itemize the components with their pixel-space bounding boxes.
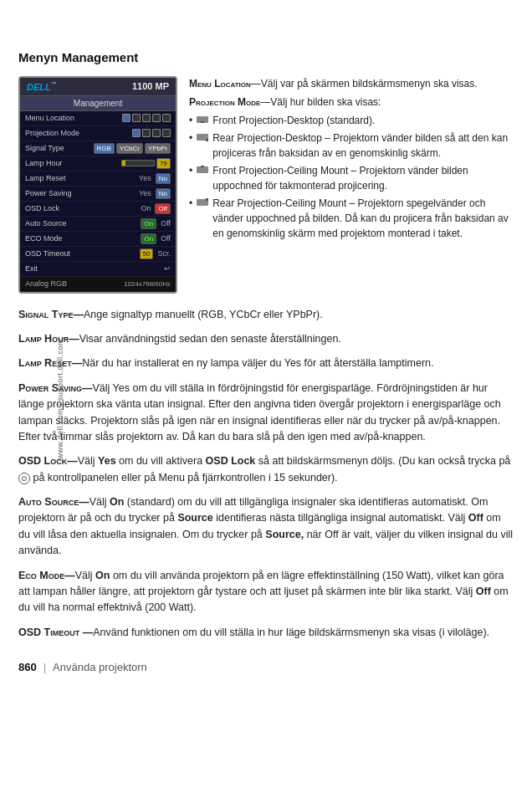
power-saving-no: No [156,188,171,199]
proj-rows: Menu Location Projection Mode [20,111,176,292]
proj-tab: Management [20,96,176,111]
location-icon-5 [162,114,171,122]
location-icon-1 [122,114,130,122]
section-lamp-hour: Lamp Hour—Visar användningstid sedan den… [18,331,515,347]
proj-description: Menu Location—Välj var på skärmen bildsk… [189,76,515,294]
table-row: OSD Timeout 50 Scr. [20,247,176,262]
osd-circle-icon: ⊙ [18,473,30,484]
section-osd-lock: OSD Lock—Välj Yes om du vill aktivera OS… [18,453,515,486]
osd-timeout-value: 50 [140,248,154,259]
table-row: Lamp Reset Yes No [20,171,176,187]
osd-lock-off: Off [155,203,171,214]
menu-location-desc: Menu Location—Välj var på skärmen bildsk… [189,76,515,91]
bullet-dot-4: • [189,196,192,211]
page-title: Menyn Management [18,50,515,64]
table-row: ECO Mode On Off [20,232,176,247]
svg-rect-3 [206,139,208,141]
table-row: Analog RGB 1024x768/60Hz [20,277,176,292]
location-icon-2 [132,114,141,122]
bullet-item-1: • Front Projection-Desktop (standard). [189,113,515,128]
proj-header: DELL™ 1100 MP [20,78,176,96]
proj-mini-icon-1 [196,113,209,128]
bullet-dot-1: • [189,113,192,128]
projection-mode-intro: Projection Mode—Välj hur bilden ska visa… [189,95,515,110]
proj-model: 1100 MP [132,81,169,91]
footer: 860 | Använda projektorn [18,656,515,673]
table-row: OSD Lock On Off [20,202,176,217]
section-auto-source: Auto Source—Välj On (standard) om du vil… [18,494,515,560]
section-lamp-reset: Lamp Reset—När du har installerat en ny … [18,356,515,371]
table-row: Auto Source On Off [20,217,176,232]
lamp-reset-no: No [156,173,171,184]
text-sections: Signal Type—Ange signaltyp manuellt (RGB… [18,307,515,641]
svg-rect-1 [201,121,204,123]
section-osd-timeout: OSD Timeout —Använd funktionen om du vil… [18,625,515,641]
svg-rect-7 [206,198,208,201]
proj-mode-icon-2 [142,129,151,137]
eco-mode-on: On [141,233,156,244]
table-row: Power Saving Yes No [20,187,176,202]
section-signal-type: Signal Type—Ange signaltyp manuellt (RGB… [18,307,515,323]
sidebar-text: www.dell.com | support.dell.com [56,339,64,459]
table-row: Menu Location [20,111,176,126]
proj-mini-icon-2 [196,130,209,146]
signal-ypbpr: YPbPr [145,143,171,154]
section-eco-mode: Eco Mode—Välj On om du vill använda proj… [18,568,515,616]
bullet-item-3: • Front Projection-Ceiling Mount – Proje… [189,163,515,193]
signal-ycbcr: YCbCr [116,143,143,154]
footer-label: Använda projektorn [53,661,147,673]
bullet-item-2: • Rear Projection-Desktop – Projektorn v… [189,130,515,161]
svg-rect-4 [197,166,208,173]
proj-mode-icon-4 [162,129,171,137]
proj-mini-icon-4 [196,196,209,211]
proj-mode-icon-1 [132,129,141,137]
table-row: Exit ↩ [20,262,176,277]
table-row: Projection Mode [20,126,176,141]
footer-separator: | [43,661,46,673]
svg-rect-5 [201,166,204,167]
section-power-saving: Power Saving—Välj Yes om du vill ställa … [18,381,515,446]
signal-rgb: RGB [94,143,115,154]
bullet-dot-3: • [189,163,192,178]
location-icon-3 [142,114,151,122]
bullet-dot-2: • [189,130,192,146]
footer-page-number: 860 [18,661,37,673]
proj-logo: DELL™ [27,81,57,92]
location-icon-4 [152,114,161,122]
lamp-hour-value: 79 [156,158,171,169]
projector-ui-mockup: DELL™ 1100 MP Management Menu Location [18,76,177,294]
table-row: Signal Type RGB YCbCr YPbPr [20,141,176,156]
bullet-item-4: • Rear Projection-Ceiling Mount – Projek… [189,196,515,241]
proj-mode-icon-3 [152,129,161,137]
proj-mini-icon-3 [196,163,209,178]
table-row: Lamp Hour 79 [20,156,176,171]
auto-source-on: On [141,218,156,229]
